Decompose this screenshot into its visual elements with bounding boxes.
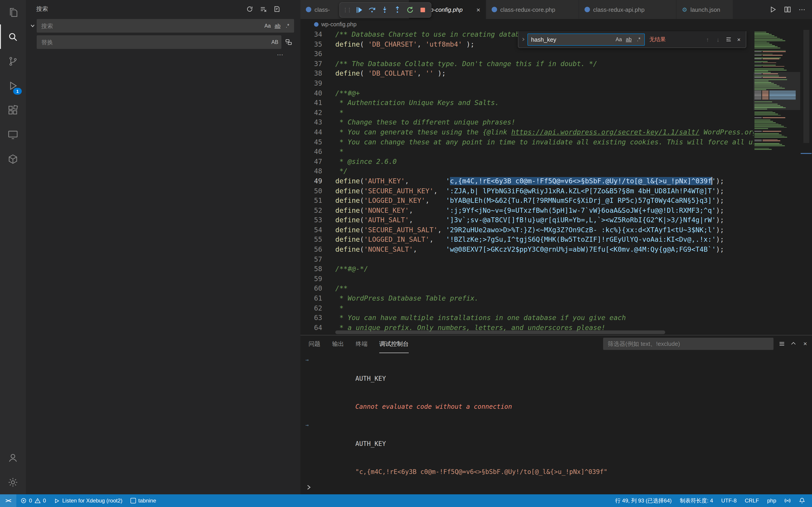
php-file-icon [306,7,311,12]
find-next-icon[interactable]: ↓ [713,34,723,45]
line-number: 55 [300,235,322,245]
tab-terminal[interactable]: 终端 [356,335,367,353]
tab-class-redux-core[interactable]: class-redux-core.php [486,0,579,19]
line-number: 41 [300,98,322,108]
regex-toggle[interactable]: .* [283,21,292,31]
problems-status[interactable]: 0 0 [16,494,50,507]
debug-step-over-icon[interactable] [366,4,378,16]
find-in-selection-icon[interactable] [723,34,733,45]
debug-step-out-icon[interactable] [391,4,404,16]
debug-step-into-icon[interactable] [378,4,391,16]
sidebar-header: 搜索 [26,0,300,18]
search-input[interactable] [40,22,262,30]
encoding-status[interactable]: UTF-8 [717,494,741,507]
account-button[interactable] [0,445,26,470]
sidebar-item-run-debug[interactable]: 1 [0,73,26,98]
debug-stop-icon[interactable] [416,4,429,16]
replace-input-box: AB [37,35,282,49]
tab-class-redux-api[interactable]: class-redux-api.php [579,0,676,19]
console-row: → AUTH_KEY [300,355,812,393]
sidebar-item-extensions[interactable] [0,98,26,122]
code-line: 60/** [300,284,754,294]
panel-menu-icon[interactable] [776,338,788,349]
line-content: define('LOGGED_IN_KEY', 'bYAB@LEh(M>&62{… [322,196,724,206]
debug-restart-icon[interactable] [404,4,416,16]
debug-continue-icon[interactable] [353,4,366,16]
run-icon[interactable] [767,3,779,16]
sidebar-item-source-control[interactable] [0,49,26,73]
tabnine-status[interactable]: tabnine [126,494,160,507]
broadcast-icon [784,498,791,504]
tab-output[interactable]: 输出 [332,335,344,353]
sidebar-item-remote-explorer[interactable] [0,122,26,147]
preserve-case-toggle[interactable]: AB [270,37,280,47]
refresh-icon[interactable] [244,4,255,14]
breadcrumb[interactable]: wp-config.php [300,19,812,30]
editor: 34/** Database Charset to use in creatin… [300,30,812,335]
console-filter-input[interactable] [607,340,770,348]
line-number: 47 [300,157,322,167]
tab-problems[interactable]: 问题 [309,335,320,353]
error-icon [20,498,27,504]
line-content: * You can generate these using the {@lin… [322,128,754,137]
warning-icon [34,498,41,504]
language-mode-status[interactable]: php [763,494,780,507]
maximize-panel-icon[interactable] [788,338,799,349]
match-case-toggle[interactable]: Aa [263,21,272,31]
find-regex-toggle[interactable]: .* [634,35,644,44]
code-line: 51define('LOGGED_IN_KEY', 'bYAB@LEh(M>&6… [300,196,754,206]
minimap-slider[interactable] [754,72,800,110]
code-line: 53define('AUTH_SALT', ']3v`;sv-@aT8CV[]f… [300,216,754,225]
line-content: define('NONCE_SALT', 'w@08EXV7[>GKczV2$p… [322,245,724,255]
find-query: hash_key [531,36,614,43]
settings-button[interactable] [0,470,26,494]
notifications-status[interactable] [795,494,809,507]
code-line: 43 * Change these to different unique ph… [300,118,754,128]
vertical-scrollbar[interactable] [803,30,809,143]
close-panel-icon[interactable]: × [799,338,811,349]
line-content: define('AUTH_SALT', ']3v`;sv-@aT8CV[]fB!… [322,216,724,225]
cursor-ruler-mark [801,153,812,154]
find-input-box[interactable]: hash_key Aa ab .* [527,33,645,46]
remote-indicator[interactable]: >< [0,494,16,507]
line-number: 38 [300,69,322,79]
horizontal-scrollbar[interactable] [335,331,665,334]
broadcast-status[interactable] [780,494,795,507]
clear-search-results-icon[interactable] [258,4,269,14]
line-number: 35 [300,40,322,49]
cursor-position-status[interactable]: 行 49, 列 93 (已选择64) [611,494,676,507]
toggle-search-details-icon[interactable]: ··· [277,51,283,58]
sidebar-item-package[interactable] [0,147,26,171]
find-whole-word-toggle[interactable]: ab [624,35,633,44]
find-close-icon[interactable]: × [733,34,744,45]
xdebug-status[interactable]: Listen for Xdebug (root2) [50,494,126,507]
replace-input[interactable] [40,38,270,46]
find-previous-icon[interactable]: ↑ [702,34,713,45]
toolbar-grip-icon[interactable]: ⋮⋮ [342,7,353,13]
sidebar-item-explorer[interactable] [0,0,26,24]
line-content: * [322,303,344,313]
find-toggle-replace-icon[interactable] [520,37,526,42]
indentation-status[interactable]: 制表符长度: 4 [676,494,717,507]
line-number: 61 [300,294,322,303]
whole-word-toggle[interactable]: ab [273,21,282,31]
code-line: 47 * @since 2.6.0 [300,157,754,167]
code-line: 37/** The Database Collate type. Don't c… [300,59,754,69]
bell-icon [799,498,805,504]
line-content: define('SECURE_AUTH_KEY', ':ZJA,b| lPYbN… [322,186,724,196]
minimap[interactable] [754,32,800,335]
tab-debug-console[interactable]: 调试控制台 [379,335,409,353]
find-match-case-toggle[interactable]: Aa [614,35,623,44]
tab-launch-json[interactable]: ⚙ launch.json [676,0,733,19]
sidebar-item-search[interactable] [0,24,26,49]
split-editor-icon[interactable] [781,3,794,16]
line-number: 54 [300,225,322,235]
more-actions-icon[interactable]: ⋯ [796,3,808,16]
open-in-editor-icon[interactable] [271,4,282,14]
toggle-replace-chevron-icon[interactable] [29,19,37,33]
editor-code-area[interactable]: 34/** Database Charset to use in creatin… [300,30,754,335]
eol-status[interactable]: CRLF [741,494,763,507]
repl-prompt-icon[interactable] [306,484,312,492]
replace-all-icon[interactable] [283,37,294,48]
close-tab-icon[interactable]: × [476,6,480,13]
